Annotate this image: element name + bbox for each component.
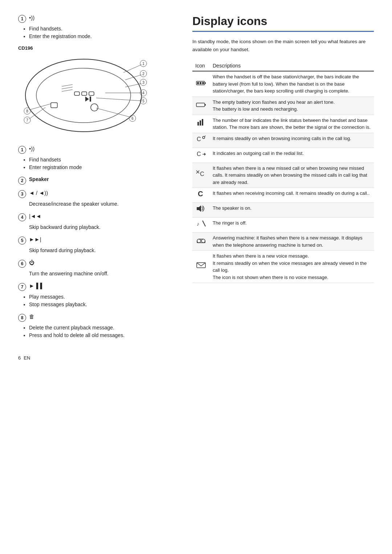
desc-incoming-call-log: It remains steadily on when browsing inc… <box>210 133 374 148</box>
item-3: 3 ◄ / ◄)) Decrease/increase the speaker … <box>18 190 178 208</box>
svg-line-24 <box>96 98 142 101</box>
circle-8: 8 <box>18 314 26 322</box>
item-4: 4 |◄◄ Skip backward during playback. <box>18 213 178 231</box>
item-6: 6 ⏻ Turn the answering machine on/off. <box>18 259 178 278</box>
circle-1: 1 <box>18 146 26 154</box>
svg-text:C: C <box>198 190 203 198</box>
list-item: Play messages. <box>29 293 178 301</box>
symbol-7: ►▐▐ <box>29 283 42 289</box>
svg-text:3: 3 <box>142 81 144 85</box>
svg-rect-6 <box>82 92 87 95</box>
icon-ringer-off: ♪ <box>192 218 210 233</box>
page-number: 6 <box>18 355 21 361</box>
desc-ringer-off: The ringer is off. <box>210 218 374 233</box>
circle-1-top: 1 <box>18 15 26 23</box>
svg-point-10 <box>91 104 98 111</box>
item-8-desc: Delete the current playback message. Pre… <box>29 324 178 339</box>
svg-text:5: 5 <box>142 99 144 103</box>
top-item-1: 1 •)) Find handsets. Enter the registrat… <box>18 15 178 40</box>
svg-text:1: 1 <box>142 62 144 66</box>
icon-incoming-call: C <box>192 188 210 203</box>
svg-rect-7 <box>89 92 94 95</box>
svg-rect-9 <box>90 97 91 102</box>
desc-missed-call: It flashes when there is a new missed ca… <box>210 163 374 188</box>
icon-incoming-call-log: C <box>192 133 210 148</box>
svg-text:6: 6 <box>131 116 134 120</box>
item-2: 2 Speaker <box>18 176 178 185</box>
svg-rect-37 <box>205 82 206 84</box>
left-column: 1 •)) Find handsets. Enter the registrat… <box>18 15 178 344</box>
icon-voice-message <box>192 251 210 283</box>
desc-outgoing-call-redial: It indicates an outgoing call in the red… <box>210 148 374 163</box>
svg-line-3 <box>62 87 73 89</box>
item-6-desc: Turn the answering machine on/off. <box>29 270 178 278</box>
svg-text:2: 2 <box>142 72 144 76</box>
svg-marker-8 <box>85 97 89 102</box>
icon-battery-full <box>192 71 210 97</box>
symbol-8: 🗑 <box>29 313 34 320</box>
svg-text:C: C <box>197 151 201 157</box>
desc-voice-message: It flashes when there is a new voice mes… <box>210 251 374 283</box>
circle-2: 2 <box>18 177 26 185</box>
table-row: When the handset is off the base station… <box>192 71 374 97</box>
svg-text:4: 4 <box>142 91 144 95</box>
intro-text: In standby mode, the icons shown on the … <box>192 38 374 53</box>
svg-point-60 <box>201 239 205 243</box>
list-item: Delete the current playback message. <box>29 324 178 332</box>
section-title: Display icons <box>192 15 374 32</box>
svg-line-48 <box>204 136 205 137</box>
desc-incoming-call: It flashes when receiving incoming call.… <box>210 188 374 203</box>
table-row: ♪ The ringer is off. <box>192 218 374 233</box>
svg-text:♪: ♪ <box>197 221 199 227</box>
item-7-desc: Play messages. Stop messages playback. <box>29 293 178 308</box>
icon-speaker-on <box>192 203 210 218</box>
table-row: C It remains steadily on when browsing i… <box>192 133 374 148</box>
svg-line-15 <box>125 75 142 80</box>
item-3-desc: Decrease/increase the speaker volume. <box>29 200 178 208</box>
item-5: 5 ►►| Skip forward during playback. <box>18 236 178 254</box>
list-item: Press and hold to delete all old message… <box>29 332 178 339</box>
table-row: C It flashes when there is a new missed … <box>192 163 374 188</box>
circle-7: 7 <box>18 283 26 291</box>
symbol-6: ⏻ <box>29 259 34 266</box>
svg-point-59 <box>197 239 201 243</box>
svg-rect-43 <box>197 122 199 126</box>
svg-line-33 <box>29 104 51 110</box>
item-4-desc: Skip backward during playback. <box>29 223 178 231</box>
desc-battery-full: When the handset is off the base station… <box>210 71 374 97</box>
desc-answering-machine: Answering machine: it flashes when there… <box>210 233 374 251</box>
svg-text:C: C <box>200 171 204 177</box>
circle-5: 5 <box>18 237 26 245</box>
svg-rect-11 <box>51 103 57 108</box>
page-lang: EN <box>24 355 30 361</box>
table-row: Answering machine: it flashes when there… <box>192 233 374 251</box>
table-row: It flashes when there is a new voice mes… <box>192 251 374 283</box>
icon-signal-bars <box>192 115 210 133</box>
table-row: The number of bar indicates the link sta… <box>192 115 374 133</box>
page-footer: 6 EN <box>18 355 374 361</box>
svg-marker-51 <box>204 153 206 156</box>
svg-line-58 <box>203 221 205 226</box>
list-item: Find handsets <box>29 156 178 164</box>
svg-rect-5 <box>74 92 79 95</box>
list-item: Find handsets. <box>29 25 178 33</box>
table-row: C It indicates an outgoing call in the r… <box>192 148 374 163</box>
circle-4: 4 <box>18 213 26 221</box>
device-diagram: 1 2 3 4 5 6 <box>18 54 178 138</box>
svg-line-2 <box>62 85 73 86</box>
cd196-label: CD196 <box>18 45 178 51</box>
col-desc-header: Descriptions <box>210 61 374 71</box>
svg-rect-44 <box>200 120 201 126</box>
symbol-wave-top: •)) <box>29 15 34 21</box>
symbol-5: ►►| <box>29 236 41 242</box>
table-header-row: Icon Descriptions <box>192 61 374 71</box>
desc-signal-bars: The number of bar indicates the link sta… <box>210 115 374 133</box>
svg-rect-39 <box>200 82 201 84</box>
circle-6: 6 <box>18 260 26 268</box>
list-item: Enter the registration mode. <box>29 33 178 40</box>
svg-text:C: C <box>197 136 201 142</box>
svg-line-12 <box>123 65 142 73</box>
svg-text:8: 8 <box>26 109 28 113</box>
svg-rect-45 <box>202 119 203 126</box>
item-1: 1 •)) Find handsets Enter registration m… <box>18 145 178 171</box>
